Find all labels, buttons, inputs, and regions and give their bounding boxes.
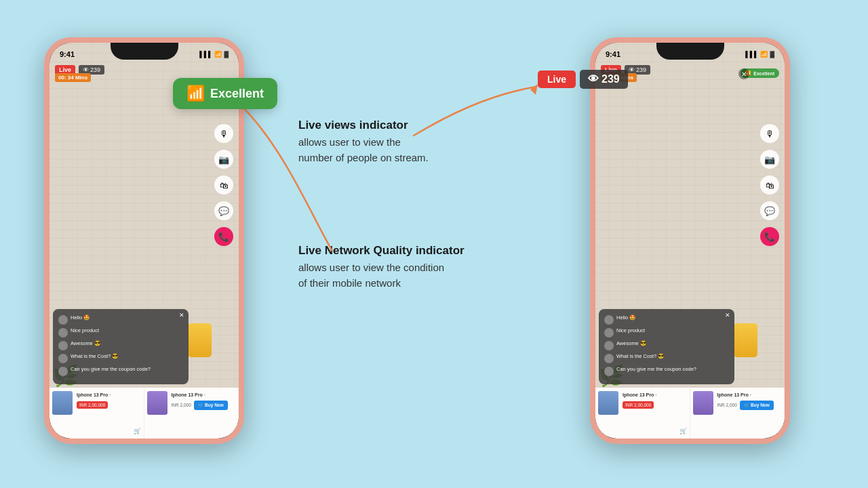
chat-avatar-2-right (604, 328, 614, 338)
cart-icon-1-left[interactable]: 🛒 (134, 428, 141, 434)
status-bar-right: 9:41 ▌▌▌ 📶 ▓ (595, 43, 785, 62)
product-item-2-left: Iphone 13 Pro › INR 2,000 🛒 Buy Now (144, 388, 239, 439)
close-x-right[interactable]: ✕ (738, 68, 749, 79)
product-thumb-1-right (598, 391, 618, 415)
chat-avatar-1-left (58, 315, 68, 325)
chat-close-right[interactable]: ✕ (725, 312, 730, 319)
chat-avatar-2-left (58, 328, 68, 338)
chat-item-5-right: Can you give me the coupon code? (604, 366, 729, 376)
chat-avatar-3-left (58, 341, 68, 350)
chat-item-5-left: Can you give me the coupon code? (58, 366, 183, 376)
phone-btn-left[interactable]: 📞 (214, 227, 233, 246)
product-arrow-1-left: › (109, 392, 111, 397)
product-item-2-right: Iphone 13 Pro › INR 2,000 🛒 Buy Now (690, 388, 785, 439)
battery-icon-right: ▓ (770, 51, 774, 58)
camera-btn-right[interactable]: 📷 (760, 150, 779, 169)
phone-right: 🌿 9:41 ▌▌▌ 📶 ▓ Live 👁 239 00: 34 Mins 📶 … (590, 37, 790, 444)
live-badge-popup: Live (538, 70, 576, 88)
chat-item-2-right: Nice product (604, 327, 729, 338)
product-arrow-2-left: › (204, 392, 205, 397)
chat-item-4-left: What is the Cost? 😎 (58, 353, 183, 363)
chat-avatar-5-right (604, 367, 614, 376)
product-arrow-2-right: › (750, 392, 751, 397)
signal-icon-left: ▌▌▌ (199, 51, 212, 58)
views-badge-popup: 👁 239 (580, 70, 628, 89)
chat-btn-right[interactable]: 💬 (760, 201, 779, 220)
timer-left: 00: 34 Mins (55, 73, 91, 82)
right-icons-right: 🎙 📷 🛍 💬 📞 (760, 124, 779, 246)
bag-btn-left[interactable]: 🛍 (214, 176, 233, 195)
product-name-2-right: Iphone 13 Pro (717, 392, 749, 397)
chat-avatar-3-right (604, 341, 614, 350)
chat-overlay-left: ✕ Hello 🤩 Nice product Awesome 😎 What is… (53, 309, 189, 384)
wifi-icon-right: 📶 (760, 51, 768, 58)
annotation-views: Live views indicator allows user to view… (298, 119, 515, 165)
product-info-2-left: Iphone 13 Pro › INR 2,000 🛒 Buy Now (172, 390, 236, 410)
chat-item-4-right: What is the Cost? 😎 (604, 353, 729, 363)
annotation-network-body: allows user to view the conditionof thei… (298, 260, 529, 291)
wifi-popup-icon: 📶 (186, 85, 205, 102)
annotation-network: Live Network Quality indicator allows us… (298, 244, 529, 291)
product-info-1-right: Iphone 13 Pro › INR 2,00,000 (623, 390, 687, 409)
excellent-label-right: Excellent (753, 71, 774, 76)
views-count-left: 239 (90, 66, 100, 73)
chat-avatar-1-right (604, 315, 614, 325)
status-time-left: 9:41 (60, 50, 75, 58)
product-name-1-left: Iphone 13 Pro (77, 392, 108, 397)
phone-btn-right[interactable]: 📞 (760, 227, 779, 246)
signal-icon-right: ▌▌▌ (745, 51, 758, 58)
product-thumb-2-right (693, 391, 713, 415)
product-info-2-right: Iphone 13 Pro › INR 2,000 🛒 Buy Now (717, 390, 782, 410)
annotation-network-title: Live Network Quality indicator (298, 244, 529, 258)
chat-text-5-right: Can you give me the coupon code? (616, 366, 696, 373)
excellent-popup: 📶 Excellent (173, 78, 277, 109)
chat-item-3-left: Awesome 😎 (58, 340, 183, 350)
phone-right-screen: 🌿 9:41 ▌▌▌ 📶 ▓ Live 👁 239 00: 34 Mins 📶 … (595, 43, 785, 439)
chat-btn-left[interactable]: 💬 (214, 201, 233, 220)
status-icons-right: ▌▌▌ 📶 ▓ (745, 51, 774, 58)
excellent-popup-label: Excellent (210, 87, 264, 101)
chat-avatar-4-left (58, 354, 68, 363)
live-views-indicator-popup: Live 👁 239 (538, 70, 628, 89)
product-arrow-1-right: › (655, 392, 656, 397)
chat-text-1-left: Hello 🤩 (71, 314, 90, 321)
product-thumb-2-left (147, 391, 167, 415)
views-count-right: 239 (636, 66, 646, 73)
held-item (188, 323, 212, 357)
chat-overlay-right: ✕ Hello 🤩 Nice product Awesome 😎 What is… (599, 309, 734, 384)
chat-item-2-left: Nice product (58, 327, 183, 338)
chat-close-left[interactable]: ✕ (179, 312, 184, 319)
product-name-2-left: Iphone 13 Pro (172, 392, 203, 397)
chat-avatar-4-right (604, 354, 614, 363)
buy-now-btn-right[interactable]: 🛒 Buy Now (740, 401, 774, 410)
views-count-popup: 239 (601, 73, 620, 85)
annotation-views-title: Live views indicator (298, 119, 515, 132)
battery-icon-left: ▓ (224, 51, 229, 58)
product-bar-right: Iphone 13 Pro › INR 2,00,000 🛒 Iphone 13… (595, 388, 785, 439)
camera-btn-left[interactable]: 📷 (214, 150, 233, 169)
status-icons-left: ▌▌▌ 📶 ▓ (199, 51, 229, 58)
product-name-1-right: Iphone 13 Pro (623, 392, 654, 397)
eye-icon-right: 👁 (629, 66, 635, 73)
annotation-views-body: allows user to view thenumber of people … (298, 135, 515, 165)
product-bar-left: Iphone 13 Pro › INR 2,00,000 🛒 Iphone 13… (50, 388, 239, 439)
product-item-1-left: Iphone 13 Pro › INR 2,00,000 🛒 (50, 388, 144, 439)
chat-item-1-right: Hello 🤩 (604, 314, 729, 325)
buy-now-btn-left[interactable]: 🛒 Buy Now (194, 401, 228, 410)
chat-text-4-left: What is the Cost? 😎 (71, 353, 118, 360)
chat-text-2-left: Nice product (71, 327, 99, 334)
mic-btn-right[interactable]: 🎙 (760, 124, 779, 143)
cart-icon-1-right[interactable]: 🛒 (679, 428, 687, 434)
held-item-right (734, 323, 757, 357)
status-time-right: 9:41 (606, 50, 620, 58)
chat-text-4-right: What is the Cost? 😎 (616, 353, 664, 360)
chat-text-3-right: Awesome 😎 (616, 340, 646, 347)
product-thumb-1-left (52, 391, 73, 415)
chat-item-3-right: Awesome 😎 (604, 340, 729, 350)
mic-btn-left[interactable]: 🎙 (214, 124, 233, 143)
bag-btn-right[interactable]: 🛍 (760, 176, 779, 195)
product-price-1-right: INR 2,00,000 (623, 401, 654, 409)
chat-text-5-left: Can you give me the coupon code? (71, 366, 151, 373)
chat-text-1-right: Hello 🤩 (616, 314, 635, 321)
chat-item-1-left: Hello 🤩 (58, 314, 183, 325)
